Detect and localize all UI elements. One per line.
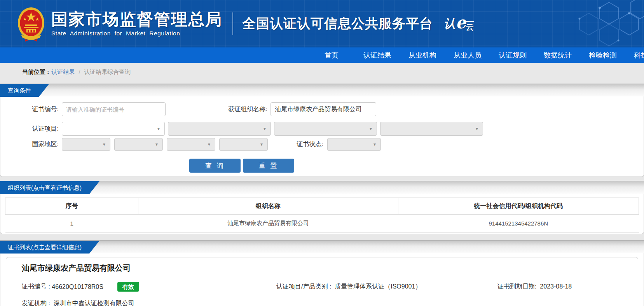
query-section-title: 查询条件 (0, 84, 49, 97)
nav-item-institutions[interactable]: 从业机构 (408, 51, 436, 60)
org-table-header-index: 序号 (5, 198, 138, 215)
chevron-down-icon: ▼ (263, 127, 267, 131)
nav-item-data-stats[interactable]: 数据统计 (544, 51, 572, 60)
certificate-card[interactable]: 汕尾市绿康农产品贸易有限公司 证书编号 : 46620Q10178R0S 有效 … (6, 257, 638, 306)
org-list-section-bar: 组织列表(点击查看证书信息) (0, 181, 644, 194)
cert-project-select-2: ▼ (168, 122, 271, 136)
expire-field-label: 证书到期日期: (497, 283, 536, 290)
org-table-header-row: 序号 组织名称 统一社会信用代码/组织机构代码 (5, 198, 639, 215)
breadcrumb: 当前位置 : 认证结果 / 认证结果综合查询 (0, 63, 644, 81)
org-name-input[interactable] (271, 102, 376, 116)
cert-project-label: 认证项目: (0, 125, 59, 133)
chevron-down-icon: ▼ (155, 142, 159, 147)
nav-item-sci-tech[interactable]: 科技支撑 (634, 51, 644, 60)
site-header: 国家市场监督管理总局 State Administration for Mark… (0, 0, 644, 47)
cert-project-select-3: ▼ (274, 122, 377, 136)
cert-list-body: 汕尾市绿康农产品贸易有限公司 证书编号 : 46620Q10178R0S 有效 … (0, 253, 644, 306)
query-form: 证书编号: 获证组织名称: 认证项目: ▼ ▼ ▼ ▼ 国家地区: ▼ ▼ ▼ … (0, 96, 644, 177)
breadcrumb-link-cert-results[interactable]: 认证结果 (51, 68, 75, 76)
region-label: 国家地区: (0, 140, 59, 149)
issuer-value: 深圳市中鑫认证检测有限公司 (54, 300, 134, 306)
nav-item-cert-rules[interactable]: 认证规则 (499, 51, 527, 60)
breadcrumb-current-page: 认证结果综合查询 (84, 68, 131, 76)
expire-value: 2023-08-18 (540, 283, 572, 290)
org-table: 序号 组织名称 统一社会信用代码/组织机构代码 1 汕尾市绿康农产品贸易有限公司… (5, 198, 639, 233)
region-select-1: ▼ (62, 138, 110, 151)
cert-project-select-1[interactable]: ▼ (62, 122, 165, 136)
org-list-section-title: 组织列表(点击查看证书信息) (0, 181, 99, 194)
chevron-down-icon: ▼ (102, 142, 106, 147)
cert-no-input[interactable] (62, 102, 166, 116)
org-row-index: 1 (5, 215, 138, 233)
status-badge: 有效 (117, 282, 139, 292)
agency-name-cn: 国家市场监督管理总局 (51, 10, 222, 28)
brand-yun: 云 (466, 21, 474, 33)
cert-no-value: 46620Q10178R0S (52, 283, 103, 290)
chevron-down-icon: ▼ (157, 127, 161, 131)
breadcrumb-prefix: 当前位置 : (22, 68, 49, 76)
platform-title: 全国认证认可信息公共服务平台 (243, 15, 433, 33)
issuer-field-label: 发证机构 : (22, 300, 50, 306)
cert-status-label: 证书状态: (272, 140, 323, 149)
chevron-down-icon: ▼ (373, 142, 377, 147)
chevron-down-icon: ▼ (369, 127, 373, 131)
certificate-org-name: 汕尾市绿康农产品贸易有限公司 (22, 263, 628, 273)
org-name-label: 获证组织名称: (166, 105, 267, 114)
org-row-credit-code: 91441521345422786N (398, 215, 639, 233)
header-divider (232, 12, 233, 35)
brand-ren: 认 (444, 16, 456, 32)
org-list-body: 序号 组织名称 统一社会信用代码/组织机构代码 1 汕尾市绿康农产品贸易有限公司… (0, 194, 644, 234)
nav-item-cert-results[interactable]: 认证结果 (363, 51, 391, 60)
org-table-header-credit-code: 统一社会信用代码/组织机构代码 (398, 198, 639, 215)
cert-no-label: 证书编号: (0, 105, 59, 114)
region-select-2: ▼ (114, 138, 163, 151)
cert-list-section-title: 证书列表(点击查看详细信息) (0, 241, 99, 254)
ren-e-yun-logo: 认 e 云 (444, 16, 474, 32)
cert-status-select: ▼ (327, 138, 381, 151)
org-row-name: 汕尾市绿康农产品贸易有限公司 (138, 215, 398, 233)
org-table-header-name: 组织名称 (138, 198, 398, 215)
national-emblem-logo (16, 6, 46, 42)
main-nav: 首页 认证结果 从业机构 从业人员 认证规则 数据统计 检验检测 科技支撑 (0, 47, 644, 63)
org-table-row[interactable]: 1 汕尾市绿康农产品贸易有限公司 91441521345422786N (5, 215, 639, 233)
breadcrumb-divider: / (79, 69, 80, 75)
chevron-down-icon: ▼ (207, 142, 211, 147)
reset-button[interactable]: 重 置 (243, 159, 294, 173)
cert-list-section-bar: 证书列表(点击查看详细信息) (0, 240, 644, 253)
agency-title-block: 国家市场监督管理总局 State Administration for Mark… (51, 10, 222, 37)
nav-item-inspection[interactable]: 检验检测 (589, 51, 617, 60)
brand-e: e (455, 16, 466, 30)
agency-name-en: State Administration for Market Regulati… (51, 30, 222, 37)
project-value: 质量管理体系认证（ISO9001） (335, 283, 421, 290)
chevron-down-icon: ▼ (260, 142, 264, 147)
chevron-down-icon: ▼ (475, 127, 479, 131)
search-button[interactable]: 查 询 (189, 159, 241, 173)
nav-item-practitioners[interactable]: 从业人员 (454, 51, 482, 60)
cert-no-field-label: 证书编号 : (22, 283, 50, 291)
query-section-bar: 查询条件 (0, 84, 644, 96)
region-select-4: ▼ (219, 138, 268, 151)
region-select-3: ▼ (167, 138, 215, 151)
nav-item-home[interactable]: 首页 (325, 51, 339, 60)
cert-project-select-4: ▼ (380, 122, 483, 136)
project-field-label: 认证项目/产品类别 : (276, 283, 331, 290)
